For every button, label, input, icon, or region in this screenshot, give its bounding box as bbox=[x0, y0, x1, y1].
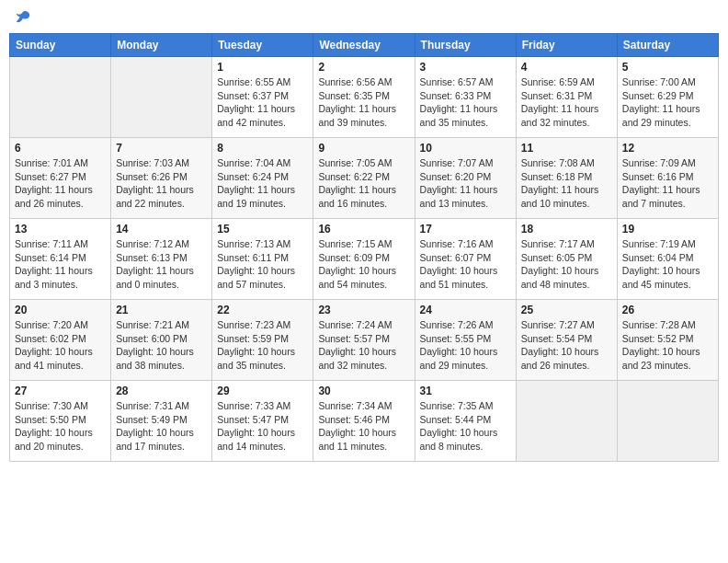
day-number: 29 bbox=[217, 385, 308, 397]
day-number: 24 bbox=[420, 304, 511, 316]
calendar-cell: 14Sunrise: 7:12 AMSunset: 6:13 PMDayligh… bbox=[111, 219, 212, 300]
calendar-cell: 28Sunrise: 7:31 AMSunset: 5:49 PMDayligh… bbox=[111, 381, 212, 462]
calendar-cell: 16Sunrise: 7:15 AMSunset: 6:09 PMDayligh… bbox=[313, 219, 415, 300]
day-info: Sunrise: 7:30 AMSunset: 5:50 PMDaylight:… bbox=[15, 399, 106, 454]
calendar-cell: 4Sunrise: 6:59 AMSunset: 6:31 PMDaylight… bbox=[516, 57, 617, 138]
calendar-cell: 2Sunrise: 6:56 AMSunset: 6:35 PMDaylight… bbox=[313, 57, 415, 138]
calendar-cell: 3Sunrise: 6:57 AMSunset: 6:33 PMDaylight… bbox=[415, 57, 516, 138]
calendar-cell: 22Sunrise: 7:23 AMSunset: 5:59 PMDayligh… bbox=[212, 300, 313, 381]
day-number: 4 bbox=[521, 61, 612, 74]
day-info: Sunrise: 7:34 AMSunset: 5:46 PMDaylight:… bbox=[318, 399, 409, 454]
calendar-cell: 20Sunrise: 7:20 AMSunset: 6:02 PMDayligh… bbox=[10, 300, 111, 381]
day-number: 5 bbox=[622, 61, 713, 74]
day-info: Sunrise: 7:13 AMSunset: 6:11 PMDaylight:… bbox=[217, 237, 308, 292]
day-number: 11 bbox=[521, 142, 612, 155]
day-info: Sunrise: 6:59 AMSunset: 6:31 PMDaylight:… bbox=[521, 75, 612, 130]
calendar-cell: 19Sunrise: 7:19 AMSunset: 6:04 PMDayligh… bbox=[617, 219, 718, 300]
day-header-monday: Monday bbox=[111, 34, 212, 57]
calendar-week-row: 13Sunrise: 7:11 AMSunset: 6:14 PMDayligh… bbox=[10, 219, 719, 300]
page-header bbox=[9, 9, 719, 26]
calendar-cell: 26Sunrise: 7:28 AMSunset: 5:52 PMDayligh… bbox=[617, 300, 718, 381]
calendar-cell: 6Sunrise: 7:01 AMSunset: 6:27 PMDaylight… bbox=[10, 138, 111, 219]
day-info: Sunrise: 7:33 AMSunset: 5:47 PMDaylight:… bbox=[217, 399, 308, 454]
day-number: 8 bbox=[217, 142, 308, 155]
day-number: 1 bbox=[217, 61, 308, 74]
day-info: Sunrise: 7:03 AMSunset: 6:26 PMDaylight:… bbox=[116, 156, 207, 211]
day-info: Sunrise: 7:04 AMSunset: 6:24 PMDaylight:… bbox=[217, 156, 308, 211]
calendar-cell: 31Sunrise: 7:35 AMSunset: 5:44 PMDayligh… bbox=[415, 381, 516, 462]
calendar-cell: 17Sunrise: 7:16 AMSunset: 6:07 PMDayligh… bbox=[415, 219, 516, 300]
day-number: 2 bbox=[318, 61, 409, 74]
day-info: Sunrise: 7:31 AMSunset: 5:49 PMDaylight:… bbox=[116, 399, 207, 454]
day-number: 25 bbox=[521, 304, 612, 316]
calendar-cell: 9Sunrise: 7:05 AMSunset: 6:22 PMDaylight… bbox=[313, 138, 415, 219]
day-info: Sunrise: 7:00 AMSunset: 6:29 PMDaylight:… bbox=[622, 75, 713, 130]
day-number: 31 bbox=[420, 385, 511, 397]
day-number: 14 bbox=[116, 223, 207, 236]
day-info: Sunrise: 7:21 AMSunset: 6:00 PMDaylight:… bbox=[116, 318, 207, 373]
day-number: 9 bbox=[318, 142, 409, 155]
day-number: 16 bbox=[318, 223, 409, 236]
day-header-tuesday: Tuesday bbox=[212, 34, 313, 57]
day-header-wednesday: Wednesday bbox=[313, 34, 415, 57]
day-info: Sunrise: 6:56 AMSunset: 6:35 PMDaylight:… bbox=[318, 75, 409, 130]
day-info: Sunrise: 7:17 AMSunset: 6:05 PMDaylight:… bbox=[521, 237, 612, 292]
calendar-week-row: 20Sunrise: 7:20 AMSunset: 6:02 PMDayligh… bbox=[10, 300, 719, 381]
day-header-thursday: Thursday bbox=[415, 34, 516, 57]
day-info: Sunrise: 6:55 AMSunset: 6:37 PMDaylight:… bbox=[217, 75, 308, 130]
logo bbox=[13, 9, 31, 26]
day-number: 15 bbox=[217, 223, 308, 236]
day-info: Sunrise: 7:16 AMSunset: 6:07 PMDaylight:… bbox=[420, 237, 511, 292]
day-number: 6 bbox=[15, 142, 106, 155]
day-info: Sunrise: 7:24 AMSunset: 5:57 PMDaylight:… bbox=[318, 318, 409, 373]
day-number: 26 bbox=[622, 304, 713, 316]
calendar-week-row: 1Sunrise: 6:55 AMSunset: 6:37 PMDaylight… bbox=[10, 57, 719, 138]
calendar-cell: 5Sunrise: 7:00 AMSunset: 6:29 PMDaylight… bbox=[617, 57, 718, 138]
calendar-table: SundayMondayTuesdayWednesdayThursdayFrid… bbox=[9, 33, 719, 462]
day-number: 17 bbox=[420, 223, 511, 236]
logo-bird-icon bbox=[15, 9, 31, 26]
day-info: Sunrise: 7:26 AMSunset: 5:55 PMDaylight:… bbox=[420, 318, 511, 373]
day-info: Sunrise: 7:05 AMSunset: 6:22 PMDaylight:… bbox=[318, 156, 409, 211]
day-header-sunday: Sunday bbox=[10, 34, 111, 57]
day-number: 23 bbox=[318, 304, 409, 316]
calendar-cell: 25Sunrise: 7:27 AMSunset: 5:54 PMDayligh… bbox=[516, 300, 617, 381]
calendar-week-row: 27Sunrise: 7:30 AMSunset: 5:50 PMDayligh… bbox=[10, 381, 719, 462]
day-info: Sunrise: 7:35 AMSunset: 5:44 PMDaylight:… bbox=[420, 399, 511, 454]
day-number: 7 bbox=[116, 142, 207, 155]
day-info: Sunrise: 7:09 AMSunset: 6:16 PMDaylight:… bbox=[622, 156, 713, 211]
day-info: Sunrise: 7:15 AMSunset: 6:09 PMDaylight:… bbox=[318, 237, 409, 292]
day-number: 27 bbox=[15, 385, 106, 397]
day-number: 21 bbox=[116, 304, 207, 316]
day-number: 12 bbox=[622, 142, 713, 155]
day-number: 19 bbox=[622, 223, 713, 236]
day-number: 13 bbox=[15, 223, 106, 236]
day-number: 3 bbox=[420, 61, 511, 74]
day-number: 30 bbox=[318, 385, 409, 397]
day-info: Sunrise: 7:01 AMSunset: 6:27 PMDaylight:… bbox=[15, 156, 106, 211]
day-info: Sunrise: 7:28 AMSunset: 5:52 PMDaylight:… bbox=[622, 318, 713, 373]
calendar-week-row: 6Sunrise: 7:01 AMSunset: 6:27 PMDaylight… bbox=[10, 138, 719, 219]
day-header-friday: Friday bbox=[516, 34, 617, 57]
day-info: Sunrise: 7:19 AMSunset: 6:04 PMDaylight:… bbox=[622, 237, 713, 292]
calendar-header-row: SundayMondayTuesdayWednesdayThursdayFrid… bbox=[10, 34, 719, 57]
day-info: Sunrise: 7:07 AMSunset: 6:20 PMDaylight:… bbox=[420, 156, 511, 211]
calendar-cell: 21Sunrise: 7:21 AMSunset: 6:00 PMDayligh… bbox=[111, 300, 212, 381]
calendar-cell: 15Sunrise: 7:13 AMSunset: 6:11 PMDayligh… bbox=[212, 219, 313, 300]
day-info: Sunrise: 7:23 AMSunset: 5:59 PMDaylight:… bbox=[217, 318, 308, 373]
calendar-cell: 18Sunrise: 7:17 AMSunset: 6:05 PMDayligh… bbox=[516, 219, 617, 300]
day-info: Sunrise: 7:27 AMSunset: 5:54 PMDaylight:… bbox=[521, 318, 612, 373]
day-number: 28 bbox=[116, 385, 207, 397]
day-info: Sunrise: 7:08 AMSunset: 6:18 PMDaylight:… bbox=[521, 156, 612, 211]
calendar-cell bbox=[516, 381, 617, 462]
day-info: Sunrise: 7:20 AMSunset: 6:02 PMDaylight:… bbox=[15, 318, 106, 373]
calendar-cell bbox=[617, 381, 718, 462]
calendar-cell: 23Sunrise: 7:24 AMSunset: 5:57 PMDayligh… bbox=[313, 300, 415, 381]
calendar-cell: 7Sunrise: 7:03 AMSunset: 6:26 PMDaylight… bbox=[111, 138, 212, 219]
day-info: Sunrise: 6:57 AMSunset: 6:33 PMDaylight:… bbox=[420, 75, 511, 130]
calendar-cell: 11Sunrise: 7:08 AMSunset: 6:18 PMDayligh… bbox=[516, 138, 617, 219]
day-info: Sunrise: 7:12 AMSunset: 6:13 PMDaylight:… bbox=[116, 237, 207, 292]
calendar-cell: 24Sunrise: 7:26 AMSunset: 5:55 PMDayligh… bbox=[415, 300, 516, 381]
calendar-cell: 29Sunrise: 7:33 AMSunset: 5:47 PMDayligh… bbox=[212, 381, 313, 462]
calendar-cell: 8Sunrise: 7:04 AMSunset: 6:24 PMDaylight… bbox=[212, 138, 313, 219]
